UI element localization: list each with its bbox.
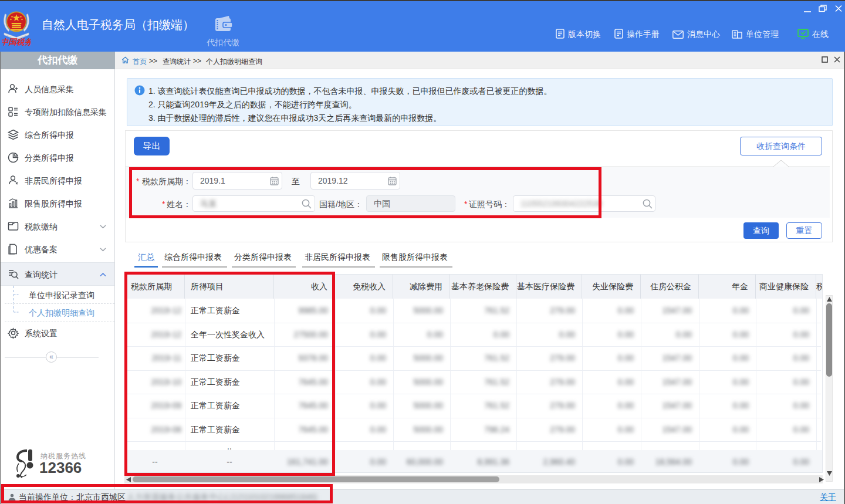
svg-text:中国税务: 中国税务 xyxy=(2,38,31,46)
